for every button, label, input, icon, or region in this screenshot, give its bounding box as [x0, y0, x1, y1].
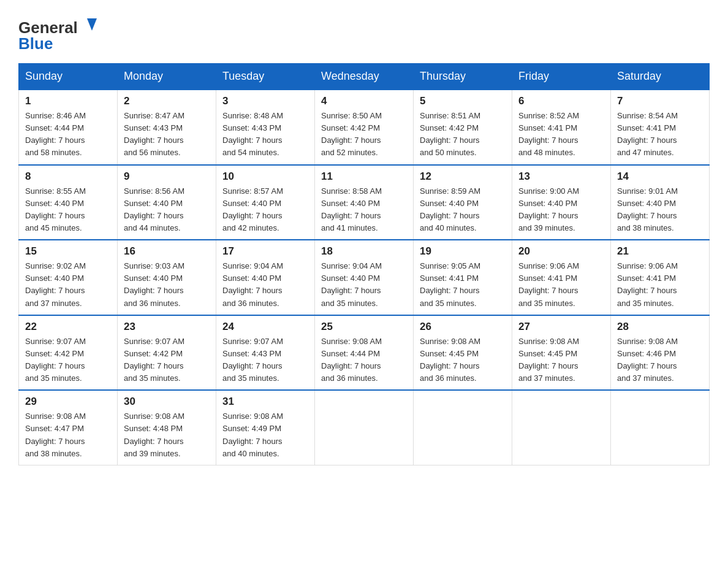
day-number: 1	[25, 95, 111, 107]
calendar-cell: 11Sunrise: 8:58 AMSunset: 4:40 PMDayligh…	[315, 165, 414, 240]
day-number: 26	[420, 321, 506, 333]
calendar-cell: 12Sunrise: 8:59 AMSunset: 4:40 PMDayligh…	[414, 165, 512, 240]
week-row-1: 1Sunrise: 8:46 AMSunset: 4:44 PMDaylight…	[19, 90, 710, 165]
day-number: 27	[518, 321, 604, 333]
day-number: 13	[518, 170, 604, 183]
day-info: Sunrise: 9:00 AMSunset: 4:40 PMDaylight:…	[518, 185, 604, 235]
day-info: Sunrise: 8:58 AMSunset: 4:40 PMDaylight:…	[321, 185, 407, 235]
calendar-cell: 10Sunrise: 8:57 AMSunset: 4:40 PMDayligh…	[216, 165, 315, 240]
calendar-cell: 22Sunrise: 9:07 AMSunset: 4:42 PMDayligh…	[19, 315, 118, 391]
calendar-cell: 19Sunrise: 9:05 AMSunset: 4:41 PMDayligh…	[414, 240, 512, 315]
calendar-cell: 3Sunrise: 8:48 AMSunset: 4:43 PMDaylight…	[216, 90, 315, 165]
day-number: 15	[25, 245, 111, 258]
weekday-header-row: SundayMondayTuesdayWednesdayThursdayFrid…	[19, 64, 710, 90]
day-info: Sunrise: 8:52 AMSunset: 4:41 PMDaylight:…	[518, 110, 604, 159]
day-info: Sunrise: 9:05 AMSunset: 4:41 PMDaylight:…	[420, 260, 506, 310]
calendar-cell: 5Sunrise: 8:51 AMSunset: 4:42 PMDaylight…	[414, 90, 512, 165]
calendar-cell	[512, 390, 611, 465]
week-row-4: 22Sunrise: 9:07 AMSunset: 4:42 PMDayligh…	[19, 315, 710, 391]
day-info: Sunrise: 9:08 AMSunset: 4:45 PMDaylight:…	[420, 335, 506, 385]
calendar-cell: 7Sunrise: 8:54 AMSunset: 4:41 PMDaylight…	[611, 90, 710, 165]
week-row-2: 8Sunrise: 8:55 AMSunset: 4:40 PMDaylight…	[19, 165, 710, 240]
svg-marker-1	[87, 18, 97, 31]
day-info: Sunrise: 9:04 AMSunset: 4:40 PMDaylight:…	[321, 260, 407, 310]
svg-text:Blue: Blue	[18, 34, 53, 52]
day-number: 4	[321, 95, 407, 107]
day-info: Sunrise: 9:02 AMSunset: 4:40 PMDaylight:…	[25, 260, 111, 310]
day-info: Sunrise: 8:54 AMSunset: 4:41 PMDaylight:…	[617, 110, 703, 159]
day-info: Sunrise: 9:08 AMSunset: 4:46 PMDaylight:…	[617, 335, 703, 385]
week-row-3: 15Sunrise: 9:02 AMSunset: 4:40 PMDayligh…	[19, 240, 710, 315]
day-number: 3	[222, 95, 308, 107]
calendar-cell: 28Sunrise: 9:08 AMSunset: 4:46 PMDayligh…	[611, 315, 710, 391]
calendar-cell: 4Sunrise: 8:50 AMSunset: 4:42 PMDaylight…	[315, 90, 414, 165]
day-info: Sunrise: 8:50 AMSunset: 4:42 PMDaylight:…	[321, 110, 407, 159]
calendar-cell: 17Sunrise: 9:04 AMSunset: 4:40 PMDayligh…	[216, 240, 315, 315]
day-number: 10	[222, 170, 308, 183]
day-number: 31	[222, 396, 308, 408]
calendar-cell: 14Sunrise: 9:01 AMSunset: 4:40 PMDayligh…	[611, 165, 710, 240]
day-number: 23	[124, 321, 210, 333]
day-number: 17	[222, 245, 308, 258]
weekday-header-tuesday: Tuesday	[216, 64, 315, 90]
calendar-cell: 23Sunrise: 9:07 AMSunset: 4:42 PMDayligh…	[118, 315, 216, 391]
calendar-cell: 1Sunrise: 8:46 AMSunset: 4:44 PMDaylight…	[19, 90, 118, 165]
page-header: General Blue	[18, 12, 710, 52]
calendar-cell: 24Sunrise: 9:07 AMSunset: 4:43 PMDayligh…	[216, 315, 315, 391]
calendar-table: SundayMondayTuesdayWednesdayThursdayFrid…	[18, 63, 710, 465]
day-info: Sunrise: 9:01 AMSunset: 4:40 PMDaylight:…	[617, 185, 703, 235]
day-number: 29	[25, 396, 111, 408]
weekday-header-sunday: Sunday	[19, 64, 118, 90]
day-number: 20	[518, 245, 604, 258]
day-info: Sunrise: 9:07 AMSunset: 4:43 PMDaylight:…	[222, 335, 308, 385]
day-number: 19	[420, 245, 506, 258]
day-info: Sunrise: 8:51 AMSunset: 4:42 PMDaylight:…	[420, 110, 506, 159]
day-number: 11	[321, 170, 407, 183]
day-info: Sunrise: 8:59 AMSunset: 4:40 PMDaylight:…	[420, 185, 506, 235]
calendar-cell	[611, 390, 710, 465]
weekday-header-saturday: Saturday	[611, 64, 710, 90]
calendar-cell: 15Sunrise: 9:02 AMSunset: 4:40 PMDayligh…	[19, 240, 118, 315]
logo: General Blue	[18, 12, 98, 52]
day-number: 30	[124, 396, 210, 408]
calendar-cell: 26Sunrise: 9:08 AMSunset: 4:45 PMDayligh…	[414, 315, 512, 391]
calendar-cell: 2Sunrise: 8:47 AMSunset: 4:43 PMDaylight…	[118, 90, 216, 165]
weekday-header-monday: Monday	[118, 64, 216, 90]
calendar-cell: 27Sunrise: 9:08 AMSunset: 4:45 PMDayligh…	[512, 315, 611, 391]
weekday-header-thursday: Thursday	[414, 64, 512, 90]
day-number: 22	[25, 321, 111, 333]
day-number: 7	[617, 95, 703, 107]
day-number: 8	[25, 170, 111, 183]
day-info: Sunrise: 9:08 AMSunset: 4:48 PMDaylight:…	[124, 410, 210, 460]
day-info: Sunrise: 8:57 AMSunset: 4:40 PMDaylight:…	[222, 185, 308, 235]
logo-svg: General Blue	[18, 12, 98, 52]
day-info: Sunrise: 9:06 AMSunset: 4:41 PMDaylight:…	[518, 260, 604, 310]
calendar-cell: 20Sunrise: 9:06 AMSunset: 4:41 PMDayligh…	[512, 240, 611, 315]
day-number: 9	[124, 170, 210, 183]
day-info: Sunrise: 8:46 AMSunset: 4:44 PMDaylight:…	[25, 110, 111, 159]
calendar-cell: 31Sunrise: 9:08 AMSunset: 4:49 PMDayligh…	[216, 390, 315, 465]
calendar-cell: 9Sunrise: 8:56 AMSunset: 4:40 PMDaylight…	[118, 165, 216, 240]
day-number: 12	[420, 170, 506, 183]
day-number: 24	[222, 321, 308, 333]
weekday-header-wednesday: Wednesday	[315, 64, 414, 90]
day-info: Sunrise: 9:06 AMSunset: 4:41 PMDaylight:…	[617, 260, 703, 310]
calendar-cell	[414, 390, 512, 465]
weekday-header-friday: Friday	[512, 64, 611, 90]
day-number: 18	[321, 245, 407, 258]
day-number: 16	[124, 245, 210, 258]
calendar-cell: 6Sunrise: 8:52 AMSunset: 4:41 PMDaylight…	[512, 90, 611, 165]
day-info: Sunrise: 9:08 AMSunset: 4:47 PMDaylight:…	[25, 410, 111, 460]
day-info: Sunrise: 9:04 AMSunset: 4:40 PMDaylight:…	[222, 260, 308, 310]
calendar-cell: 18Sunrise: 9:04 AMSunset: 4:40 PMDayligh…	[315, 240, 414, 315]
day-info: Sunrise: 9:03 AMSunset: 4:40 PMDaylight:…	[124, 260, 210, 310]
calendar-cell: 29Sunrise: 9:08 AMSunset: 4:47 PMDayligh…	[19, 390, 118, 465]
day-number: 25	[321, 321, 407, 333]
day-number: 5	[420, 95, 506, 107]
day-info: Sunrise: 9:07 AMSunset: 4:42 PMDaylight:…	[124, 335, 210, 385]
day-info: Sunrise: 9:08 AMSunset: 4:49 PMDaylight:…	[222, 410, 308, 460]
day-number: 21	[617, 245, 703, 258]
calendar-cell: 21Sunrise: 9:06 AMSunset: 4:41 PMDayligh…	[611, 240, 710, 315]
week-row-5: 29Sunrise: 9:08 AMSunset: 4:47 PMDayligh…	[19, 390, 710, 465]
day-number: 2	[124, 95, 210, 107]
